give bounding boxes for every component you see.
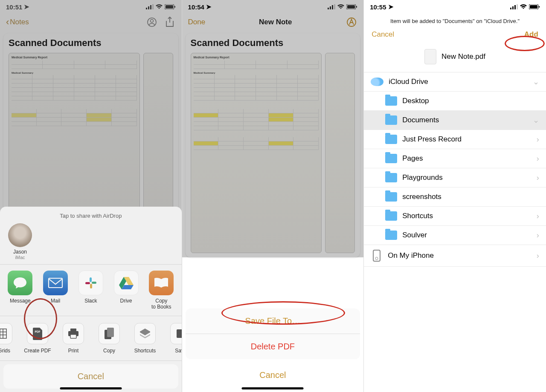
location-icon: ➤ [388, 3, 394, 11]
pdf-icon: PDF [27, 323, 48, 344]
svg-rect-18 [70, 334, 76, 338]
add-button[interactable]: Add [524, 30, 538, 39]
status-bar: 10:55➤ [364, 0, 546, 14]
copy-icon [99, 323, 120, 344]
phone-icon [373, 250, 380, 262]
cancel-button[interactable]: Cancel [372, 30, 394, 39]
location-icloud[interactable]: iCloud Drive ⌄ [364, 72, 546, 92]
grid-icon [0, 323, 12, 344]
svg-rect-13 [85, 282, 90, 284]
location-on-my-iphone[interactable]: On My iPhone› [364, 245, 546, 267]
folder-documents[interactable]: Documents⌄ [364, 111, 546, 130]
svg-rect-35 [530, 5, 537, 9]
cancel-button[interactable]: Cancel [3, 364, 178, 389]
destination-message: Item will be added to "Documents" on "iC… [364, 14, 546, 26]
slack-icon [78, 271, 103, 295]
chevron-right-icon: › [537, 231, 539, 240]
folder-desktop[interactable]: Desktop [364, 92, 546, 111]
cancel-button[interactable]: Cancel [186, 363, 360, 388]
save-icon [170, 323, 182, 344]
app-slack[interactable]: Slack [75, 271, 107, 310]
folder-icon [385, 154, 397, 163]
app-mail[interactable]: Mail [40, 271, 71, 310]
chevron-down-icon: ⌄ [533, 115, 539, 125]
svg-rect-30 [510, 8, 511, 9]
chevron-right-icon: › [537, 212, 539, 221]
delete-pdf-button[interactable]: Delete PDF [186, 334, 360, 359]
contact-name: Jason [5, 249, 35, 255]
locations-list: iCloud Drive ⌄ Desktop Documents⌄ Just P… [364, 72, 546, 267]
cloud-icon [371, 78, 383, 86]
action-save[interactable]: Save [163, 323, 182, 354]
svg-rect-21 [177, 329, 182, 338]
svg-rect-20 [107, 328, 114, 337]
file-name: New Note.pdf [441, 52, 485, 61]
svg-rect-32 [514, 5, 516, 9]
folder-icon [385, 135, 397, 144]
folder-soulver[interactable]: Soulver› [364, 226, 546, 245]
folder-icon [385, 115, 397, 125]
folder-playgrounds[interactable]: Playgrounds› [364, 168, 546, 187]
svg-rect-9 [49, 278, 62, 288]
home-indicator [60, 387, 122, 389]
svg-text:PDF: PDF [35, 330, 41, 333]
svg-rect-36 [539, 6, 540, 8]
sheet-header: Tap to share with AirDrop [0, 211, 182, 223]
home-indicator [242, 387, 304, 389]
action-print[interactable]: Print [55, 323, 91, 354]
action-shortcuts[interactable]: Shortcuts [127, 323, 163, 354]
folder-icon [385, 231, 397, 240]
panel-pdf-options: 10:54➤ Done New Note Scanned Documents M… [182, 0, 364, 392]
action-create-pdf[interactable]: PDFCreate PDF [20, 323, 55, 354]
svg-rect-31 [512, 6, 514, 9]
pdf-action-sheet: Save File To… Delete PDF Cancel [186, 308, 360, 392]
airdrop-row: Jason iMac [0, 223, 182, 265]
svg-rect-12 [90, 284, 92, 288]
svg-rect-16 [70, 329, 76, 331]
file-thumbnail [424, 49, 436, 64]
save-file-button[interactable]: Save File To… [186, 308, 360, 334]
print-icon [63, 323, 84, 344]
folder-shortcuts[interactable]: Shortcuts› [364, 207, 546, 226]
svg-rect-11 [92, 282, 96, 284]
mail-icon [43, 271, 68, 295]
folder-pages[interactable]: Pages› [364, 149, 546, 168]
chevron-right-icon: › [537, 173, 539, 182]
drive-icon [114, 271, 139, 295]
svg-rect-10 [90, 277, 92, 282]
action-copy[interactable]: Copy [91, 323, 127, 354]
svg-rect-33 [517, 4, 518, 9]
app-message[interactable]: Message [4, 271, 36, 310]
time: 10:55 [370, 3, 386, 11]
folder-icon [385, 173, 397, 182]
folder-just-press-record[interactable]: Just Press Record› [364, 130, 546, 149]
status-icons [510, 4, 540, 9]
share-apps: Message Mail Slack Drive Copy to Books [0, 265, 182, 316]
action-grids[interactable]: & Grids [0, 323, 20, 354]
airdrop-contact[interactable]: Jason iMac [5, 223, 35, 260]
chevron-right-icon: › [537, 251, 539, 260]
folder-icon [385, 96, 397, 106]
panel-share-sheet: 10:51➤ ‹Notes Scanned Documents Medical … [0, 0, 182, 392]
avatar [8, 223, 32, 247]
message-icon [8, 271, 32, 295]
chevron-right-icon: › [537, 154, 539, 163]
picker-nav: Cancel Add [364, 26, 546, 43]
panel-file-picker: 10:55➤ Item will be added to "Documents"… [364, 0, 546, 392]
app-drive[interactable]: Drive [110, 271, 142, 310]
file-preview: New Note.pdf [364, 43, 546, 72]
folder-icon [385, 192, 397, 202]
books-icon [149, 271, 174, 295]
app-books[interactable]: Copy to Books [145, 271, 177, 310]
contact-device: iMac [5, 255, 35, 260]
folder-icon [385, 211, 397, 221]
share-sheet: Tap to share with AirDrop Jason iMac Mes… [0, 207, 182, 392]
shortcuts-icon [134, 323, 156, 344]
folder-screenshots[interactable]: screenshots [364, 187, 546, 207]
chevron-down-icon: ⌄ [533, 77, 539, 86]
chevron-right-icon: › [537, 135, 539, 144]
share-actions: & Grids PDFCreate PDF Print Copy Shortcu… [0, 316, 182, 361]
